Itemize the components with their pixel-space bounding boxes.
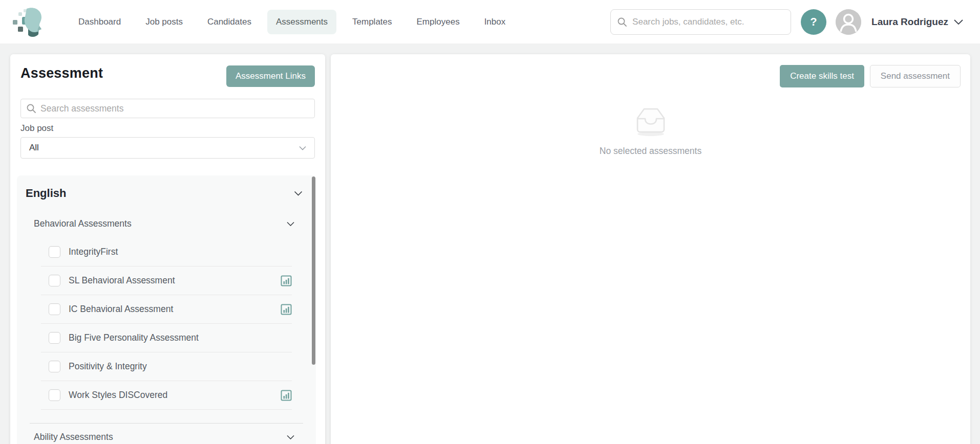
inbox-tray-icon [632,106,669,138]
global-search [610,9,791,35]
top-navigation-bar: Dashboard Job posts Candidates Assessmen… [0,0,980,43]
create-skills-test-button[interactable]: Create skills test [780,65,864,87]
assessment-list-item: IntegrityFirst [41,238,292,267]
assessment-list-item: SL Behavioral Assessment [41,267,292,295]
bar-chart-icon[interactable] [281,390,292,401]
job-post-selected-value: All [29,143,39,153]
page-title: Assessment [20,65,103,81]
chevron-down-icon [294,191,303,196]
chevron-down-icon [287,435,294,439]
chevron-down-icon [299,146,306,150]
tab-dashboard[interactable]: Dashboard [70,10,130,34]
job-post-label: Job post [20,123,315,134]
app-window: Dashboard Job posts Candidates Assessmen… [0,0,980,444]
assessment-checkbox[interactable] [49,246,60,258]
assessment-list-item: Big Five Personality Assessment [41,324,292,352]
assessment-search [20,99,315,118]
assessment-item-label: Positivity & Integrity [69,361,281,372]
category-label: Behavioral Assessments [34,218,132,229]
assessment-checkbox[interactable] [49,275,60,286]
search-icon [617,17,627,27]
chevron-down-icon [287,221,294,226]
tab-candidates[interactable]: Candidates [199,10,260,34]
main-nav: Dashboard Job posts Candidates Assessmen… [70,10,514,34]
bar-chart-icon[interactable] [281,304,292,315]
user-menu[interactable]: Laura Rodriguez [871,16,964,28]
assessment-panel-header: Assessment Assessment Links [10,54,325,87]
assessment-item-label: Work Styles DISCovered [69,390,281,401]
search-icon [26,103,36,114]
empty-state-text: No selected assessments [600,146,701,157]
assessment-list-item: Positivity & Integrity [41,352,292,381]
assessment-checkbox[interactable] [49,332,60,344]
assessment-list-item: Work Styles DISCovered [41,381,292,410]
category-ability-assessments[interactable]: Ability Assessments [17,424,316,444]
scrollbar-thumb[interactable] [312,176,315,365]
assessment-item-label: Big Five Personality Assessment [69,332,281,343]
assessment-checkbox[interactable] [49,389,60,401]
category-label: Ability Assessments [34,432,113,442]
assessment-groups-section: English Behavioral Assessments Integrity… [17,175,316,444]
assessment-list-panel: Assessment Assessment Links Job post All… [10,54,325,444]
tab-assessments[interactable]: Assessments [267,10,336,34]
help-button[interactable]: ? [801,9,826,35]
tab-templates[interactable]: Templates [344,10,400,34]
assessment-item-label: IC Behavioral Assessment [69,304,281,315]
user-name: Laura Rodriguez [871,16,948,28]
language-group-label: English [26,187,66,200]
global-search-input[interactable] [610,9,791,35]
assessment-item-label: IntegrityFirst [69,247,281,257]
tab-inbox[interactable]: Inbox [476,10,515,34]
bar-chart-icon[interactable] [281,275,292,286]
send-assessment-button[interactable]: Send assessment [870,65,961,87]
assessment-items-list: IntegrityFirst SL Behavioral Assessment [17,238,316,410]
assessment-search-input[interactable] [20,99,315,118]
avatar-person-icon [836,9,861,35]
language-group-english[interactable]: English [17,182,316,205]
empty-state: No selected assessments [331,106,970,157]
chevron-down-icon [953,19,964,25]
assessment-list-item: IC Behavioral Assessment [41,295,292,324]
assessment-links-button[interactable]: Assessment Links [226,65,315,87]
assessment-checkbox[interactable] [49,361,60,372]
selection-actions: Create skills test Send assessment [331,54,970,87]
selected-assessments-panel: Create skills test Send assessment No se… [331,54,970,444]
tab-employees[interactable]: Employees [408,10,468,34]
job-post-select[interactable]: All [20,137,315,159]
assessment-item-label: SL Behavioral Assessment [69,275,281,286]
category-behavioral-assessments[interactable]: Behavioral Assessments [17,212,316,235]
question-mark-icon: ? [810,15,817,29]
tab-job-posts[interactable]: Job posts [137,10,191,34]
brand-logo-icon[interactable] [11,6,44,38]
assessment-checkbox[interactable] [49,303,60,315]
user-avatar[interactable] [836,9,861,35]
